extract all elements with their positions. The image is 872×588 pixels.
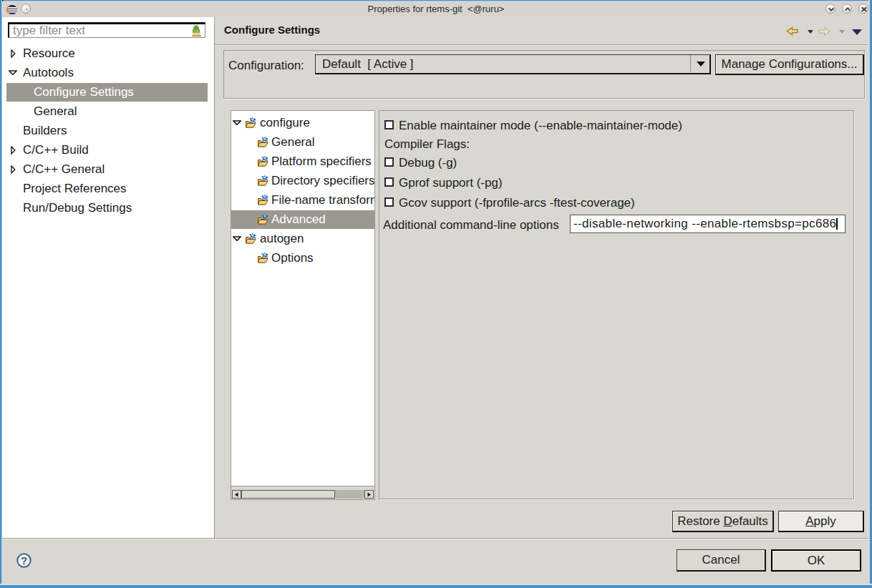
svg-text:?: ? [21, 554, 27, 567]
